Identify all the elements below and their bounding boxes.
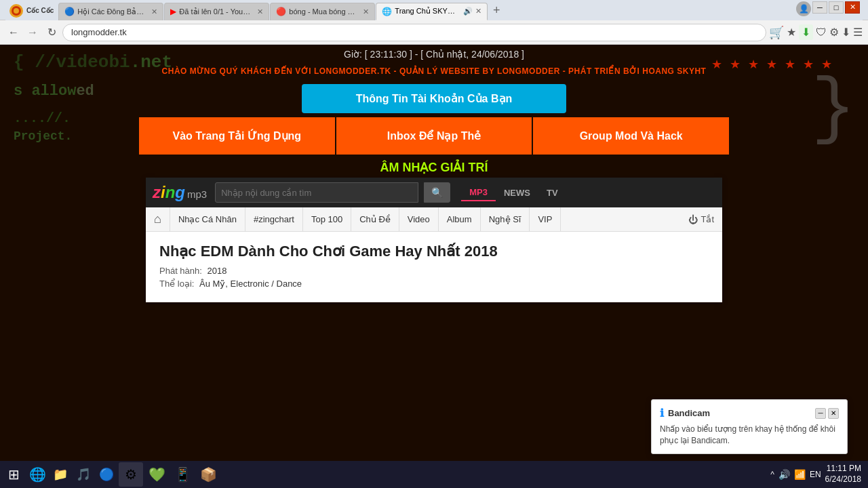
page-content: { //videobi.net s allowed ....//. Projec… bbox=[0, 45, 868, 439]
taskbar-date: 6/24/2018 bbox=[825, 474, 861, 485]
browser-chrome: Cốc Cốc 🔵 Hội Các Đông Bảo Thích ... ✕ ▶… bbox=[0, 0, 868, 45]
zing-tab-news[interactable]: NEWS bbox=[496, 184, 538, 201]
minimize-window[interactable]: ─ bbox=[812, 1, 827, 14]
bandicam-close-btns: ─ ✕ bbox=[815, 408, 839, 419]
zing-tab-mp3[interactable]: MP3 bbox=[461, 184, 496, 201]
zing-logo-n: n bbox=[165, 183, 176, 202]
bandicam-info-icon: ℹ bbox=[660, 407, 664, 420]
taskbar-caret[interactable]: ^ bbox=[770, 470, 774, 479]
address-bar[interactable] bbox=[62, 24, 766, 41]
zing-search-input[interactable] bbox=[215, 182, 418, 203]
forward-button[interactable]: → bbox=[24, 24, 41, 41]
taskbar-right: ^ 🔊 📶 EN 11:11 PM 6/24/2018 bbox=[770, 464, 865, 485]
new-tab-button[interactable]: + bbox=[488, 3, 505, 19]
taskbar-icon-2[interactable]: 💚 bbox=[144, 462, 169, 487]
tab-4-close[interactable]: ✕ bbox=[475, 7, 481, 16]
svg-point-2 bbox=[14, 8, 19, 14]
bandicam-popup: ℹ Bandicam ─ ✕ Nhấp vào biểu tượng trên … bbox=[651, 399, 848, 454]
zing-nav: ⌂ Nhạc Cá Nhân #zingchart Top 100 Chủ Đề… bbox=[146, 207, 722, 232]
zing-nav-chude[interactable]: Chủ Đề bbox=[351, 207, 399, 231]
extension-icon[interactable]: 🛡 bbox=[816, 26, 827, 39]
taskbar-chrome[interactable]: 🔵 bbox=[96, 464, 117, 485]
download-icon[interactable]: ⬇ bbox=[799, 24, 813, 40]
taskbar-explorer[interactable]: 📁 bbox=[50, 464, 71, 485]
taskbar-icon-3[interactable]: 📱 bbox=[170, 462, 195, 487]
download-app-button[interactable]: Vào Trang Tải Ứng Dụng bbox=[139, 117, 335, 155]
back-button[interactable]: ← bbox=[5, 24, 22, 41]
account-button[interactable]: Thông Tin Tài Khoản Của Bạn bbox=[302, 84, 567, 113]
refresh-button[interactable]: ↻ bbox=[43, 24, 60, 41]
zing-widget: z i n g mp3 🔍 MP3 NEWS TV ⌂ bbox=[146, 178, 722, 302]
music-label: ÂM NHẠC GIẢI TRÍ bbox=[380, 160, 488, 175]
group-mod-button[interactable]: Group Mod Và Hack bbox=[533, 117, 729, 155]
zing-genre: Thể loại: Âu Mỹ, Electronic / Dance bbox=[159, 279, 709, 289]
zing-nav-video[interactable]: Video bbox=[399, 207, 439, 231]
inbox-button[interactable]: Inbox Để Nạp Thẻ bbox=[336, 117, 532, 155]
taskbar-time: 11:11 PM bbox=[825, 464, 861, 474]
cart-icon[interactable]: 🛒 bbox=[769, 25, 784, 40]
taskbar: ⊞ 🌐 📁 🎵 🔵 ⚙ 💚 📱 📦 ^ 🔊 📶 EN 11:11 PM 6/24… bbox=[0, 461, 868, 488]
zing-nav-power[interactable]: ⏻ Tắt bbox=[680, 207, 722, 231]
zing-nav-home-icon[interactable]: ⌂ bbox=[146, 207, 170, 231]
zing-header: z i n g mp3 🔍 MP3 NEWS TV bbox=[146, 178, 722, 207]
tab-2-close[interactable]: ✕ bbox=[257, 7, 263, 16]
taskbar-icon-1[interactable]: ⚙ bbox=[119, 462, 143, 487]
start-button[interactable]: ⊞ bbox=[3, 464, 25, 485]
menu-icon[interactable]: ☰ bbox=[853, 26, 863, 39]
settings-icon[interactable]: ⚙ bbox=[829, 26, 839, 39]
zing-nav-nhac-ca-nhan[interactable]: Nhạc Cá Nhân bbox=[170, 207, 245, 231]
download2-icon[interactable]: ⬇ bbox=[842, 26, 850, 39]
power-icon: ⏻ bbox=[688, 214, 698, 225]
zing-nav-zingchart[interactable]: #zingchart bbox=[245, 207, 303, 231]
tab-3-close[interactable]: ✕ bbox=[363, 7, 369, 16]
tab-2[interactable]: ▶ Đã tải lên 0/1 - YouTube ✕ bbox=[164, 3, 269, 20]
zing-nav-album[interactable]: Album bbox=[439, 207, 481, 231]
time-display: Giờ: [ 23:11:30 ] - [ Chủ nhật, 24/06/20… bbox=[344, 49, 524, 60]
bandicam-title-text: Bandicam bbox=[668, 408, 710, 418]
bandicam-title-group: ℹ Bandicam bbox=[660, 407, 710, 420]
taskbar-network[interactable]: 📶 bbox=[794, 469, 806, 480]
tab-3[interactable]: 🔴 bóng - Mua bóng ở giá t... ✕ bbox=[270, 3, 375, 20]
zing-search-button[interactable]: 🔍 bbox=[424, 182, 450, 203]
taskbar-language: EN bbox=[810, 470, 821, 479]
zing-album-title: Nhạc EDM Dành Cho Chơi Game Hay Nhất 201… bbox=[159, 243, 709, 260]
taskbar-ie[interactable]: 🌐 bbox=[26, 464, 48, 485]
curly-brace: } bbox=[811, 72, 856, 146]
close-window[interactable]: ✕ bbox=[845, 1, 860, 14]
zing-tab-tv[interactable]: TV bbox=[538, 184, 566, 201]
tab-4-active[interactable]: 🌐 Trang Chủ SKYHT.CF 🔊 ✕ bbox=[376, 3, 488, 20]
taskbar-icon-4[interactable]: 📦 bbox=[196, 462, 220, 487]
taskbar-media[interactable]: 🎵 bbox=[73, 464, 94, 485]
genre-label: Thể loại: bbox=[159, 279, 194, 289]
zing-nav-nghesi[interactable]: Nghệ Sĩ bbox=[481, 207, 530, 231]
main-overlay: Giờ: [ 23:11:30 ] - [ Chủ nhật, 24/06/20… bbox=[139, 45, 729, 302]
zing-release: Phát hành: 2018 bbox=[159, 266, 709, 276]
tat-label: Tắt bbox=[701, 214, 714, 224]
tab-1-close[interactable]: ✕ bbox=[151, 7, 157, 16]
tab-1[interactable]: 🔵 Hội Các Đông Bảo Thích ... ✕ bbox=[58, 3, 163, 20]
bandicam-header: ℹ Bandicam ─ ✕ bbox=[660, 407, 839, 420]
bandicam-minimize-btn[interactable]: ─ bbox=[815, 408, 826, 419]
zing-nav-top100[interactable]: Top 100 bbox=[303, 207, 351, 231]
zing-nav-vip[interactable]: VIP bbox=[530, 207, 561, 231]
maximize-window[interactable]: □ bbox=[829, 1, 844, 14]
zing-logo-z: z bbox=[153, 183, 161, 202]
genre-value: Âu Mỹ, Electronic / Dance bbox=[199, 279, 302, 289]
tab-4-mute[interactable]: 🔊 bbox=[463, 7, 473, 16]
taskbar-speaker[interactable]: 🔊 bbox=[778, 469, 790, 480]
tab-bar: Cốc Cốc 🔵 Hội Các Đông Bảo Thích ... ✕ ▶… bbox=[5, 0, 863, 20]
bookmark-icon[interactable]: ★ bbox=[787, 26, 796, 39]
taskbar-clock[interactable]: 11:11 PM 6/24/2018 bbox=[825, 464, 861, 485]
profile-icon[interactable]: 👤 bbox=[796, 1, 811, 16]
window-controls: 👤 ─ □ ✕ bbox=[796, 1, 860, 16]
nav-bar: ← → ↻ 🛒 ★ ⬇ 🛡 ⚙ ⬇ ☰ bbox=[0, 20, 868, 45]
zing-mp3-text: mp3 bbox=[187, 188, 207, 200]
browser-logo: Cốc Cốc bbox=[8, 3, 54, 19]
zing-content: Nhạc EDM Dành Cho Chơi Game Hay Nhất 201… bbox=[146, 232, 722, 302]
zing-logo-g: g bbox=[175, 183, 185, 202]
release-label: Phát hành: bbox=[159, 266, 202, 276]
action-buttons: Vào Trang Tải Ứng Dụng Inbox Để Nạp Thẻ … bbox=[139, 117, 729, 155]
bandicam-message: Nhấp vào biểu tượng trên khay hệ thống đ… bbox=[660, 424, 839, 447]
bandicam-close-btn[interactable]: ✕ bbox=[828, 408, 839, 419]
zing-logo: z i n g mp3 bbox=[153, 183, 207, 202]
